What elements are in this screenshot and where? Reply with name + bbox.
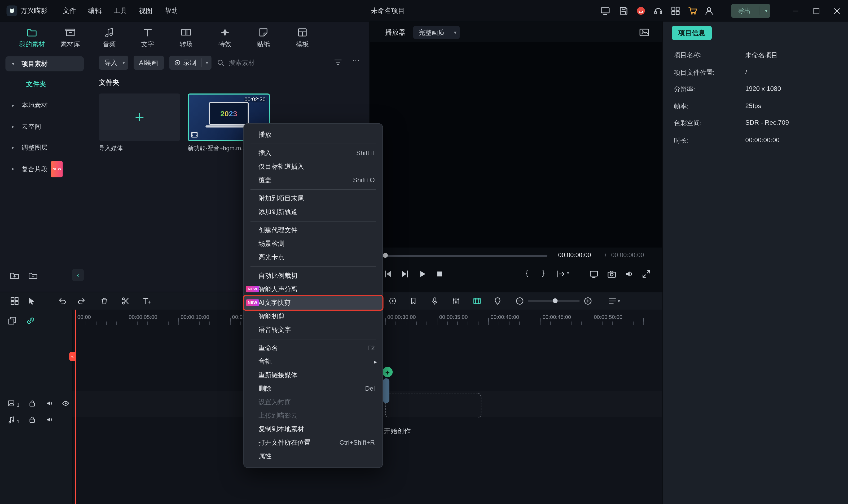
- play-icon[interactable]: [417, 269, 427, 279]
- tab-audio[interactable]: 音频: [90, 27, 128, 51]
- link-clips-icon[interactable]: [26, 316, 35, 325]
- quality-select[interactable]: 完整画质 ▾: [413, 26, 460, 39]
- track-manage-icon[interactable]: [608, 296, 617, 305]
- menu-item-insert-target-track[interactable]: 仅目标轨道插入: [244, 160, 382, 174]
- mark-range-icon[interactable]: [556, 269, 566, 279]
- menu-item-auto-reframe[interactable]: 自动比例裁切: [244, 269, 382, 283]
- menu-item-audio-track[interactable]: 音轨▸: [244, 355, 382, 368]
- marker-icon[interactable]: [493, 296, 502, 305]
- redo-icon[interactable]: [77, 296, 86, 305]
- zoom-slider-knob[interactable]: [553, 298, 557, 303]
- menu-file[interactable]: 文件: [57, 0, 82, 22]
- dual-screen-icon[interactable]: [601, 6, 610, 16]
- menu-item-scene-detect[interactable]: 场景检测: [244, 237, 382, 251]
- audio-mixer-icon[interactable]: [452, 296, 461, 305]
- split-scissors-icon[interactable]: [121, 296, 130, 305]
- import-button[interactable]: 导入 ▾: [99, 56, 128, 70]
- maximize-button[interactable]: [808, 0, 824, 22]
- menu-item-overwrite[interactable]: 覆盖Shift+O: [244, 174, 382, 187]
- snapshot-camera-icon[interactable]: [607, 269, 617, 279]
- eye-visibility-icon[interactable]: [62, 399, 70, 408]
- menu-item-play[interactable]: 播放: [244, 128, 382, 142]
- menu-item-voice-separation[interactable]: NEW智能人声分离: [244, 283, 382, 296]
- voiceover-mic-icon[interactable]: [431, 296, 439, 305]
- menu-edit[interactable]: 编辑: [83, 0, 107, 22]
- video-viewport[interactable]: [370, 42, 662, 247]
- notice-icon[interactable]: [636, 6, 646, 16]
- nav-project-assets[interactable]: ▾ 项目素材: [5, 56, 84, 71]
- ai-paint-button[interactable]: AI绘画: [134, 56, 164, 70]
- menu-item-create-proxy[interactable]: 创建代理文件: [244, 224, 382, 237]
- compare-view-icon[interactable]: [639, 27, 650, 38]
- menu-help[interactable]: 帮助: [159, 0, 184, 22]
- minimize-button[interactable]: [788, 0, 804, 22]
- mark-in-icon[interactable]: {: [526, 268, 528, 277]
- menu-item-beat-detect[interactable]: 高光卡点: [244, 251, 382, 264]
- render-preview-icon[interactable]: [473, 296, 481, 305]
- close-button[interactable]: [829, 0, 845, 22]
- menu-item-copy-to-local[interactable]: 复制到本地素材: [244, 423, 382, 436]
- menu-item-set-cover[interactable]: 设置为封面: [244, 395, 382, 409]
- import-media-tile[interactable]: +: [99, 93, 180, 141]
- export-button[interactable]: 导出 ▾: [731, 4, 770, 18]
- media-blocks-icon[interactable]: [10, 296, 19, 305]
- compound-clip-icon[interactable]: [8, 316, 17, 325]
- search-input[interactable]: [228, 58, 300, 67]
- keyframe-icon[interactable]: [388, 296, 397, 305]
- caret-down-icon[interactable]: ▾: [618, 292, 620, 310]
- lock-icon[interactable]: [28, 399, 36, 408]
- save-icon[interactable]: [619, 6, 628, 16]
- stop-icon[interactable]: [435, 269, 445, 279]
- menu-item-smart-cut[interactable]: 智能初剪: [244, 310, 382, 323]
- export-caret-icon[interactable]: ▾: [765, 4, 767, 18]
- menu-item-rename[interactable]: 重命名F2: [244, 341, 382, 355]
- seek-knob[interactable]: [383, 253, 388, 258]
- support-headset-icon[interactable]: [654, 6, 663, 16]
- menu-item-upload-cloud[interactable]: 上传到喵影云: [244, 409, 382, 423]
- nav-cloud[interactable]: ▸ 云空间: [0, 119, 89, 134]
- media-drop-zone[interactable]: [385, 393, 481, 418]
- tab-transition[interactable]: 转场: [167, 27, 205, 51]
- menu-item-open-file-location[interactable]: 打开文件所在位置Ctrl+Shift+R: [244, 436, 382, 450]
- menu-item-delete[interactable]: 删除Del: [244, 382, 382, 395]
- add-to-track-button[interactable]: +: [382, 367, 393, 377]
- cart-icon[interactable]: [688, 6, 698, 16]
- user-account-icon[interactable]: [704, 6, 714, 16]
- tab-templates[interactable]: 模板: [283, 27, 321, 51]
- mute-icon[interactable]: [45, 416, 54, 424]
- menu-item-append[interactable]: 附加到项目末尾: [244, 192, 382, 205]
- delete-folder-icon[interactable]: [28, 271, 38, 281]
- lock-icon[interactable]: [28, 416, 36, 424]
- mark-out-icon[interactable]: }: [542, 268, 544, 277]
- nav-folder-selected[interactable]: 文件夹: [0, 77, 89, 91]
- add-text-icon[interactable]: [142, 296, 151, 305]
- apps-grid-icon[interactable]: [671, 6, 680, 16]
- tab-project-info[interactable]: 项目信息: [672, 26, 712, 40]
- seek-bar[interactable]: [385, 255, 548, 257]
- bookmark-icon[interactable]: [409, 296, 417, 305]
- nav-adjust-layer[interactable]: ▸ 调整图层: [0, 140, 89, 155]
- tab-effects[interactable]: 特效: [206, 27, 244, 51]
- menu-item-speech-to-text[interactable]: 语音转文字: [244, 323, 382, 337]
- more-options-icon[interactable]: ···: [352, 56, 362, 66]
- tab-stickers[interactable]: 贴纸: [244, 27, 282, 51]
- zoom-in-icon[interactable]: [584, 296, 592, 305]
- new-folder-icon[interactable]: [10, 271, 20, 281]
- menu-item-properties[interactable]: 属性: [244, 450, 382, 463]
- menu-tools[interactable]: 工具: [108, 0, 133, 22]
- undo-icon[interactable]: [58, 296, 67, 305]
- menu-item-insert[interactable]: 插入Shift+I: [244, 146, 382, 160]
- delete-trash-icon[interactable]: [100, 296, 109, 305]
- menu-item-relink-media[interactable]: 重新链接媒体: [244, 368, 382, 382]
- caret-down-icon[interactable]: ▾: [567, 270, 569, 275]
- second-screen-icon[interactable]: [589, 269, 599, 279]
- fullscreen-icon[interactable]: [641, 269, 651, 279]
- menu-item-add-new-track[interactable]: 添加到新轨道: [244, 205, 382, 219]
- playhead-handle[interactable]: «: [69, 352, 75, 361]
- tab-text[interactable]: 文字: [129, 27, 167, 51]
- tab-stock-media[interactable]: 素材库: [51, 27, 89, 51]
- menu-view[interactable]: 视图: [134, 0, 158, 22]
- record-button[interactable]: 录制 ▾: [169, 56, 211, 70]
- volume-icon[interactable]: [624, 269, 634, 279]
- mute-icon[interactable]: [45, 399, 54, 408]
